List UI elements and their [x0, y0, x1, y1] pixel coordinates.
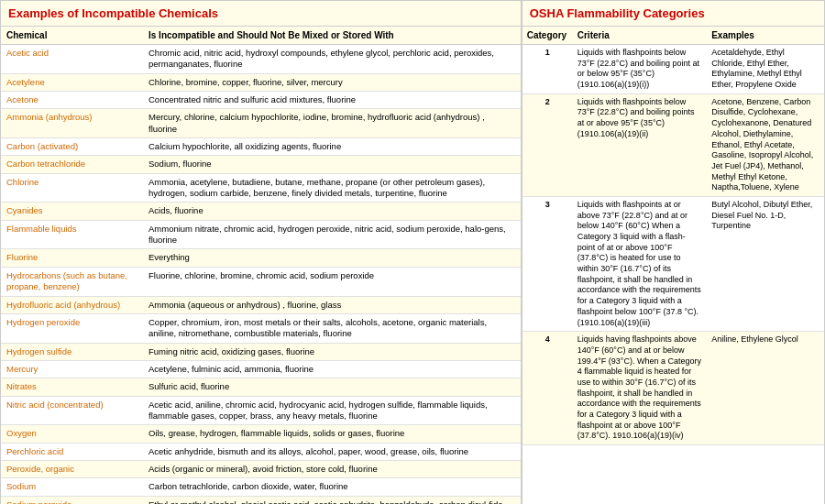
table-row: 3Liquids with flashpoints at or above 73…	[522, 196, 824, 331]
table-row: Perchloric acidAcetic anhydride, bismuth…	[1, 443, 521, 460]
right-title: OSHA Flammability Categories	[530, 6, 817, 20]
chemical-name: Cyanides	[1, 203, 143, 220]
table-row: Hydrogen sulfideFuming nitric acid, oxid…	[1, 343, 521, 360]
table-row: 4Liquids having flashpoints above 140°F …	[522, 332, 824, 445]
incompatible-list: Everything	[143, 249, 521, 267]
incompatible-list: Calcium hypochlorite, all oxidizing agen…	[143, 138, 521, 156]
right-panel: OSHA Flammability Categories Category Cr…	[522, 1, 824, 504]
flammability-table: Category Criteria Examples 1Liquids with…	[522, 27, 824, 445]
table-row: CyanidesAcids, fluorine	[1, 203, 521, 220]
right-header: OSHA Flammability Categories	[522, 1, 824, 27]
chemical-name: Perchloric acid	[1, 443, 143, 460]
table-row: Nitric acid (concentrated)Acetic acid, a…	[1, 396, 521, 425]
category-examples: Acetone, Benzene, Carbon Disulfide, Cycl…	[707, 93, 824, 196]
chemical-name: Hydrofluoric acid (anhydrous)	[1, 296, 143, 313]
incompatible-list: Chromic acid, nitric acid, hydroxyl comp…	[143, 45, 521, 74]
table-row: 2Liquids with flashpoints below 73°F (22…	[522, 93, 824, 196]
incompatible-list: Acetic anhydride, bismuth and its alloys…	[143, 443, 521, 460]
incompatible-list: Concentrated nitric and sulfuric acid mi…	[143, 92, 521, 109]
table-row: Hydrofluoric acid (anhydrous)Ammonia (aq…	[1, 296, 521, 313]
incompatible-list: Fluorine, chlorine, bromine, chromic aci…	[143, 267, 521, 296]
table-row: Acetic acidChromic acid, nitric acid, hy…	[1, 45, 521, 74]
table-row: NitratesSulfuric acid, fluorine	[1, 378, 521, 396]
incompatible-list: Ammonia (aqueous or anhydrous) , fluorin…	[143, 296, 521, 313]
category-examples: Butyl Alcohol, Dibutyl Ether, Diesel Fue…	[707, 196, 824, 331]
chemical-name: Hydrocarbons (such as butane, propane, b…	[1, 267, 143, 296]
chemical-name: Acetylene	[1, 73, 143, 91]
incompatible-chemicals-table: Chemical Is Incompatible and Should Not …	[1, 27, 521, 504]
category-examples: Aniline, Ethylene Glycol	[707, 332, 824, 445]
chemical-name: Oxygen	[1, 425, 143, 443]
incompatible-list: Sodium, fluorine	[143, 156, 521, 173]
col-examples: Examples	[707, 27, 824, 45]
incompatible-list: Ammonium nitrate, chromic acid, hydrogen…	[143, 220, 521, 249]
table-row: OxygenOils, grease, hydrogen, flammable …	[1, 425, 521, 443]
incompatible-list: Chlorine, bromine, copper, fluorine, sil…	[143, 73, 521, 91]
table-row: Peroxide, organicAcids (organic or miner…	[1, 460, 521, 477]
table-row: 1Liquids with flashpoints below 73°F (22…	[522, 45, 824, 94]
category-examples: Acetaldehyde, Ethyl Chloride, Ethyl Ethe…	[707, 45, 824, 94]
chemical-name: Hydrogen sulfide	[1, 343, 143, 360]
left-table-header-row: Chemical Is Incompatible and Should Not …	[1, 27, 521, 45]
table-row: Flammable liquidsAmmonium nitrate, chrom…	[1, 220, 521, 249]
left-header: Examples of Incompatible Chemicals	[1, 1, 521, 27]
chemical-name: Chlorine	[1, 173, 143, 203]
chemical-name: Mercury	[1, 360, 143, 378]
col-chemical: Chemical	[1, 27, 143, 45]
table-row: Ammonia (anhydrous)Mercury, chlorine, ca…	[1, 109, 521, 138]
table-row: Hydrogen peroxideCopper, chromium, iron,…	[1, 313, 521, 343]
category-number: 3	[522, 196, 573, 331]
category-criteria: Liquids with flashpoints at or above 73°…	[573, 196, 707, 331]
incompatible-list: Carbon tetrachloride, carbon dioxide, wa…	[143, 478, 521, 496]
incompatible-list: Acids (organic or mineral), avoid fricti…	[143, 460, 521, 477]
chemical-name: Flammable liquids	[1, 220, 143, 249]
chemical-name: Sodium peroxide	[1, 496, 143, 504]
incompatible-list: Ammonia, acetylene, butadiene, butane, m…	[143, 173, 521, 203]
col-category: Category	[522, 27, 573, 45]
chemical-name: Nitrates	[1, 378, 143, 396]
left-panel: Examples of Incompatible Chemicals Chemi…	[1, 1, 522, 504]
right-table-header-row: Category Criteria Examples	[522, 27, 824, 45]
category-number: 4	[522, 332, 573, 445]
table-row: Sodium peroxideEthyl or methyl alcohol, …	[1, 496, 521, 504]
col-criteria: Criteria	[573, 27, 707, 45]
chemical-name: Fluorine	[1, 249, 143, 267]
chemical-name: Hydrogen peroxide	[1, 313, 143, 343]
table-row: Carbon (activated)Calcium hypochlorite, …	[1, 138, 521, 156]
category-criteria: Liquids with flashpoints below 73°F (22.…	[573, 93, 707, 196]
incompatible-list: Acetic acid, aniline, chromic acid, hydr…	[143, 396, 521, 425]
table-row: Carbon tetrachlorideSodium, fluorine	[1, 156, 521, 173]
table-row: SodiumCarbon tetrachloride, carbon dioxi…	[1, 478, 521, 496]
table-row: Hydrocarbons (such as butane, propane, b…	[1, 267, 521, 296]
category-criteria: Liquids having flashpoints above 140°F (…	[573, 332, 707, 445]
chemical-name: Nitric acid (concentrated)	[1, 396, 143, 425]
category-criteria: Liquids with flashpoints below 73°F (22.…	[573, 45, 707, 94]
chemical-name: Carbon tetrachloride	[1, 156, 143, 173]
category-number: 2	[522, 93, 573, 196]
table-row: AcetoneConcentrated nitric and sulfuric …	[1, 92, 521, 109]
col-incompatible: Is Incompatible and Should Not Be Mixed …	[143, 27, 521, 45]
incompatible-list: Acids, fluorine	[143, 203, 521, 220]
incompatible-list: Ethyl or methyl alcohol, glacial acetic …	[143, 496, 521, 504]
table-row: ChlorineAmmonia, acetylene, butadiene, b…	[1, 173, 521, 203]
incompatible-list: Oils, grease, hydrogen, flammable liquid…	[143, 425, 521, 443]
chemical-name: Acetone	[1, 92, 143, 109]
incompatible-list: Acetylene, fulminic acid, ammonia, fluor…	[143, 360, 521, 378]
chemical-name: Sodium	[1, 478, 143, 496]
main-container: Examples of Incompatible Chemicals Chemi…	[0, 0, 825, 504]
incompatible-list: Mercury, chlorine, calcium hypochlorite,…	[143, 109, 521, 138]
table-row: AcetyleneChlorine, bromine, copper, fluo…	[1, 73, 521, 91]
chemical-name: Ammonia (anhydrous)	[1, 109, 143, 138]
incompatible-list: Fuming nitric acid, oxidizing gases, flu…	[143, 343, 521, 360]
category-number: 1	[522, 45, 573, 94]
incompatible-list: Sulfuric acid, fluorine	[143, 378, 521, 396]
table-row: MercuryAcetylene, fulminic acid, ammonia…	[1, 360, 521, 378]
chemical-name: Carbon (activated)	[1, 138, 143, 156]
left-title: Examples of Incompatible Chemicals	[8, 6, 513, 20]
incompatible-list: Copper, chromium, iron, most metals or t…	[143, 313, 521, 343]
table-row: FluorineEverything	[1, 249, 521, 267]
chemical-name: Acetic acid	[1, 45, 143, 74]
chemical-name: Peroxide, organic	[1, 460, 143, 477]
